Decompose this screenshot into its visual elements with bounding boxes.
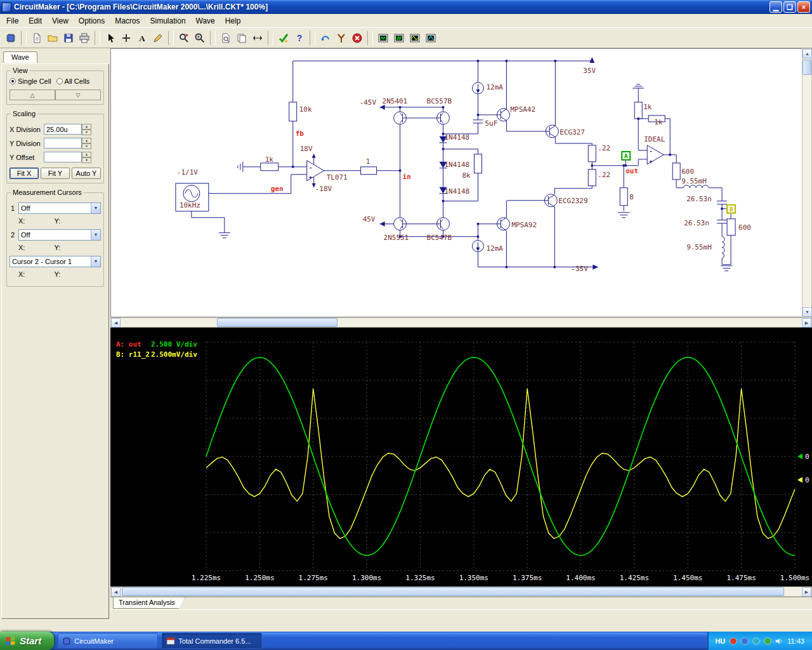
open-file-button[interactable] [44,30,60,46]
cursor1-select[interactable]: Off ▼ [18,202,101,214]
fit-x-button[interactable]: Fit X [10,168,39,179]
volume-icon[interactable] [775,637,783,646]
stop-simulation-button[interactable] [349,30,365,46]
wave-scroll-left-button[interactable]: ◀ [111,587,121,597]
sheets-button[interactable] [233,30,249,46]
maximize-button[interactable]: ❏ [783,1,796,13]
scroll-up-button[interactable]: ▲ [802,49,812,58]
instrument-logic-display-button[interactable] [391,30,407,46]
hscroll-thumb[interactable] [217,318,337,327]
tab-wave[interactable]: Wave [3,51,37,63]
run-simulation-icon [278,33,289,43]
cursor-diff-select[interactable]: Cursor 2 - Cursor 1 ▼ [10,256,101,267]
hscroll-track[interactable] [121,318,802,327]
chevron-down-icon[interactable]: ▼ [91,203,100,213]
zoom-tool-button[interactable] [192,30,207,46]
delete-tool-button[interactable] [150,30,166,46]
wave-hscroll-track[interactable] [121,587,802,596]
menu-view[interactable]: View [47,15,74,27]
waveform-viewport[interactable]: 1.225ms1.250ms1.275ms1.300ms1.325ms1.350… [110,328,812,587]
component-label: 26.53n [686,195,712,203]
scroll-right-button[interactable]: ▶ [802,318,811,328]
auto-y-button[interactable]: Auto Y [72,168,101,179]
antivirus-status-icon[interactable] [729,637,738,646]
x-division-spinner[interactable]: ▲▼ [82,124,91,135]
y-division-input[interactable] [44,138,82,149]
component-label: -45V [360,98,377,107]
reset-simulation-button[interactable] [317,30,333,46]
spinner-up-icon[interactable]: ▲ [82,152,91,157]
scroll-left-button[interactable]: ◀ [111,318,121,328]
wave-scroll-right-button[interactable]: ▶ [802,587,811,597]
menu-macros[interactable]: Macros [110,15,145,27]
component-label: MPSA92 [511,221,537,229]
scroll-down-button[interactable]: ▼ [802,307,812,317]
single-cell-radio[interactable]: Single Cell [10,77,51,85]
print-button[interactable] [76,30,92,46]
legend-b-scale: 2.500mV/div [151,350,197,359]
menu-options[interactable]: Options [74,15,110,27]
spinner-up-icon[interactable]: ▲ [82,124,91,129]
chevron-down-icon[interactable]: ▼ [91,256,100,267]
all-cells-radio[interactable]: All Cells [56,77,90,85]
run-simulation-button[interactable] [275,30,291,46]
instrument-digital-scope-button[interactable] [375,30,391,46]
wave-up-button[interactable]: △ [10,90,55,100]
status-filler [110,609,812,632]
task-circuitmaker[interactable]: CircuitMaker [58,633,158,649]
x-division-input[interactable] [44,124,82,135]
y-offset-input[interactable] [44,152,82,162]
component-label: ECG2329 [558,197,587,205]
chevron-down-icon[interactable]: ▼ [91,230,100,240]
zoom-window-button[interactable] [176,30,192,46]
toolbar-separator [268,31,273,45]
app-status-blue-icon[interactable] [740,637,749,646]
task-total-commander-6-5[interactable]: Total Commander 6.5... [162,633,262,649]
app-status-teal-icon[interactable] [752,637,761,646]
parts-board-button[interactable] [3,30,18,46]
instrument-signal-generator-button[interactable] [407,30,422,46]
menu-help[interactable]: Help [220,15,246,27]
component-label: 1 [366,157,370,166]
instrument-digital-scope-icon [378,33,388,43]
menu-wave[interactable]: Wave [191,15,220,27]
fit-to-window-button[interactable] [249,30,265,46]
fit-y-button[interactable]: Fit Y [41,168,70,179]
instrument-bode-plotter-button[interactable] [422,30,438,46]
language-indicator[interactable]: HU [715,637,725,645]
schematic-hscrollbar[interactable]: ◀ ▶ [110,317,812,328]
wave-hscroll-thumb[interactable] [122,587,784,596]
y-offset-spinner[interactable]: ▲▼ [82,152,91,162]
spinner-down-icon[interactable]: ▼ [82,129,91,135]
select-tool-button[interactable] [102,30,118,46]
spinner-down-icon[interactable]: ▼ [82,157,91,163]
menu-simulation[interactable]: Simulation [145,15,191,27]
schematic-canvas[interactable]: - + - + 10kfb18V1kTL071-18Vgen-1/1V10kHz… [110,48,802,317]
tab-transient-analysis[interactable]: Transient Analysis [113,597,185,609]
help-pointer-button[interactable]: ? [291,30,307,46]
probe-tool-button[interactable] [333,30,349,46]
menu-file[interactable]: File [1,15,23,27]
menu-edit[interactable]: Edit [23,15,47,27]
circuitmaker-window: CircuitMaker - [C:\Program Files\Circuit… [0,0,812,650]
find-part-button[interactable] [218,30,233,46]
close-button[interactable]: × [797,1,810,13]
wire-tool-button[interactable] [118,30,134,46]
cursor2-select[interactable]: Off ▼ [18,229,101,241]
save-file-button[interactable] [60,30,76,46]
vscroll-thumb[interactable] [802,60,811,75]
system-tray: HU 11:43 [707,632,812,650]
y-division-spinner[interactable]: ▲▼ [82,138,91,149]
schematic-vscrollbar[interactable]: ▲ ▼ [802,48,812,317]
start-button[interactable]: Start [0,632,54,650]
minimize-button[interactable]: ▁ [769,1,782,13]
spinner-up-icon[interactable]: ▲ [82,138,91,143]
new-file-button[interactable] [29,30,44,46]
spinner-down-icon[interactable]: ▼ [82,143,91,149]
text-tool-button[interactable]: A [134,30,150,46]
wave-down-button[interactable]: ▽ [55,90,101,100]
vscroll-track[interactable] [802,58,811,307]
component-label: 35V [583,67,596,75]
app-status-green-icon[interactable] [763,637,772,646]
waveform-hscrollbar[interactable]: ◀ ▶ [110,587,812,597]
